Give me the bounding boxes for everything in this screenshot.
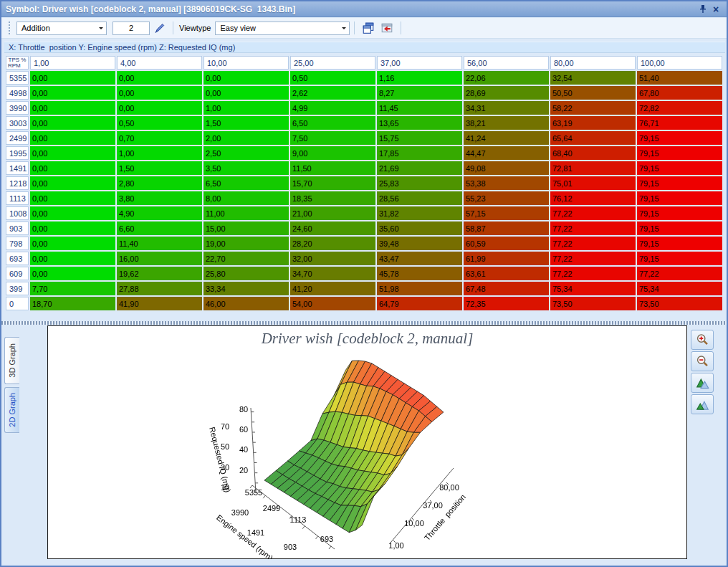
table-cell[interactable]: 38,21 [464, 116, 549, 130]
table-cell[interactable]: 0,00 [203, 71, 289, 85]
table-cell[interactable]: 15,00 [203, 221, 289, 235]
table-cell[interactable]: 0,00 [117, 71, 202, 85]
table-cell[interactable]: 65,64 [550, 131, 636, 145]
table-cell[interactable]: 60,59 [464, 237, 549, 250]
close-icon[interactable]: × [709, 4, 722, 15]
table-cell[interactable]: 0,00 [203, 86, 289, 100]
table-cell[interactable]: 34,31 [464, 101, 549, 115]
pin-icon[interactable] [696, 4, 709, 15]
table-cell[interactable]: 15,70 [290, 176, 375, 190]
table-cell[interactable]: 79,15 [637, 161, 722, 175]
table-cell[interactable]: 35,60 [377, 221, 462, 235]
table-cell[interactable]: 75,34 [637, 282, 722, 295]
table-cell[interactable]: 13,65 [377, 116, 462, 130]
table-cell[interactable]: 17,85 [377, 146, 462, 160]
table-cell[interactable]: 0,00 [30, 237, 115, 250]
chevron-down-icon[interactable] [338, 22, 349, 34]
mode-select[interactable]: Addition [16, 22, 107, 35]
step-value-input[interactable]: 2 [112, 22, 150, 35]
table-cell[interactable]: 51,40 [637, 71, 722, 85]
table-cell[interactable]: 21,69 [377, 161, 462, 175]
table-cell[interactable]: 67,48 [464, 282, 549, 295]
table-cell[interactable]: 63,19 [550, 116, 636, 130]
table-cell[interactable]: 77,22 [550, 237, 636, 250]
table-cell[interactable]: 4,90 [117, 206, 202, 220]
table-cell[interactable]: 18,70 [30, 297, 115, 310]
table-cell[interactable]: 0,00 [30, 86, 115, 100]
table-cell[interactable]: 0,00 [30, 161, 115, 175]
table-cell[interactable]: 79,15 [637, 252, 722, 265]
table-cell[interactable]: 41,20 [290, 282, 375, 295]
table-cell[interactable]: 63,61 [464, 267, 549, 280]
surface-view-a-button[interactable] [691, 373, 714, 393]
table-cell[interactable]: 43,47 [377, 252, 462, 265]
table-cell[interactable]: 64,79 [377, 297, 462, 310]
table-cell[interactable]: 1,50 [117, 161, 202, 175]
viewtype-select[interactable]: Easy view [215, 22, 350, 35]
table-cell[interactable]: 61,99 [464, 252, 549, 265]
chevron-down-icon[interactable] [95, 22, 106, 34]
table-cell[interactable]: 11,45 [377, 101, 462, 115]
table-cell[interactable]: 73,50 [637, 297, 722, 310]
table-cell[interactable]: 25,80 [203, 267, 289, 280]
table-cell[interactable]: 0,00 [30, 206, 115, 220]
table-cell[interactable]: 31,82 [377, 206, 462, 220]
table-cell[interactable]: 0,00 [30, 101, 115, 115]
table-cell[interactable]: 4,99 [290, 101, 375, 115]
table-cell[interactable]: 19,62 [117, 267, 202, 280]
table-cell[interactable]: 77,22 [550, 267, 636, 280]
table-cell[interactable]: 0,00 [30, 71, 115, 85]
table-cell[interactable]: 72,82 [637, 101, 722, 115]
table-cell[interactable]: 9,00 [290, 146, 375, 160]
table-cell[interactable]: 79,15 [637, 206, 722, 220]
table-cell[interactable]: 76,12 [550, 191, 636, 205]
table-cell[interactable]: 0,00 [30, 267, 115, 280]
table-cell[interactable]: 44,47 [464, 146, 549, 160]
table-cell[interactable]: 34,70 [290, 267, 375, 280]
table-cell[interactable]: 2,50 [203, 146, 289, 160]
table-cell[interactable]: 41,90 [117, 297, 202, 310]
table-cell[interactable]: 25,83 [377, 176, 462, 190]
table-cell[interactable]: 32,00 [290, 252, 375, 265]
table-cell[interactable]: 7,50 [290, 131, 375, 145]
table-cell[interactable]: 0,00 [117, 101, 202, 115]
table-cell[interactable]: 33,34 [203, 282, 289, 295]
pen-icon[interactable] [151, 21, 167, 35]
table-cell[interactable]: 77,22 [550, 252, 636, 265]
table-cell[interactable]: 28,20 [290, 237, 375, 250]
table-cell[interactable]: 24,60 [290, 221, 375, 235]
tab-2d-graph[interactable]: 2D Graph [4, 387, 19, 433]
table-cell[interactable]: 8,00 [203, 191, 289, 205]
table-cell[interactable]: 77,22 [637, 267, 722, 280]
table-cell[interactable]: 1,50 [203, 116, 289, 130]
table-cell[interactable]: 22,06 [464, 71, 549, 85]
table-cell[interactable]: 1,00 [203, 101, 289, 115]
table-cell[interactable]: 21,00 [290, 206, 375, 220]
table-cell[interactable]: 11,50 [290, 161, 375, 175]
table-cell[interactable]: 1,16 [377, 71, 462, 85]
table-cell[interactable]: 57,15 [464, 206, 549, 220]
cascade-windows-icon[interactable] [360, 21, 376, 35]
table-cell[interactable]: 27,88 [117, 282, 202, 295]
table-cell[interactable]: 39,48 [377, 237, 462, 250]
table-cell[interactable]: 55,23 [464, 191, 549, 205]
table-cell[interactable]: 79,15 [637, 146, 722, 160]
table-cell[interactable]: 0,00 [30, 221, 115, 235]
table-cell[interactable]: 79,15 [637, 221, 722, 235]
table-cell[interactable]: 0,00 [30, 116, 115, 130]
table-cell[interactable]: 77,22 [550, 221, 636, 235]
table-cell[interactable]: 19,00 [203, 237, 289, 250]
surface-view-b-button[interactable] [691, 394, 714, 414]
table-cell[interactable]: 6,50 [203, 176, 289, 190]
zoom-out-button[interactable] [691, 351, 714, 371]
table-cell[interactable]: 22,70 [203, 252, 289, 265]
table-cell[interactable]: 67,80 [637, 86, 722, 100]
table-cell[interactable]: 51,98 [377, 282, 462, 295]
table-cell[interactable]: 0,00 [117, 86, 202, 100]
table-cell[interactable]: 79,15 [637, 191, 722, 205]
table-cell[interactable]: 2,00 [203, 131, 289, 145]
table-cell[interactable]: 16,00 [117, 252, 202, 265]
table-cell[interactable]: 75,34 [550, 282, 636, 295]
table-cell[interactable]: 0,00 [30, 146, 115, 160]
table-cell[interactable]: 3,80 [117, 191, 202, 205]
